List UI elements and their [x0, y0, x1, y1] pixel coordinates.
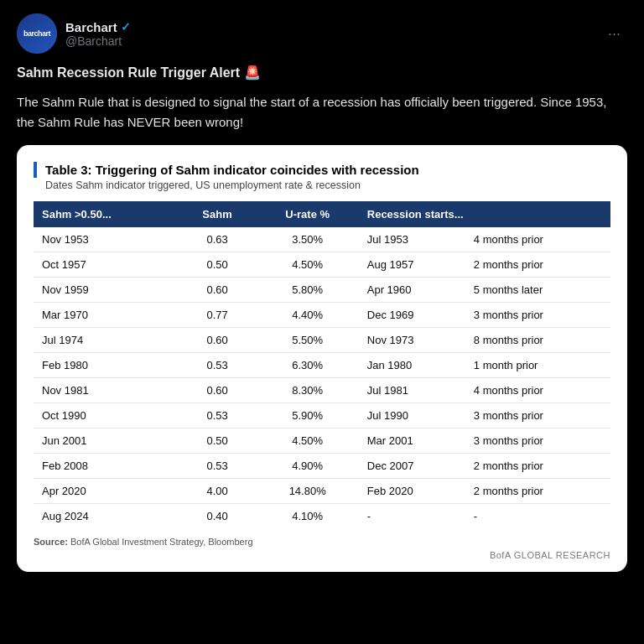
cell-r4-c3: Nov 1973: [359, 328, 465, 353]
cell-r1-c3: Aug 1957: [359, 252, 465, 278]
cell-r7-c4: 3 months prior: [465, 403, 610, 428]
table-container: Table 3: Triggering of Sahm indicator co…: [17, 145, 627, 573]
table-row: Feb 19800.536.30%Jan 19801 month prior: [34, 353, 610, 378]
cell-r6-c3: Jul 1981: [359, 378, 465, 403]
col-header-recession: Recession starts...: [359, 201, 610, 227]
cell-r3-c4: 3 months prior: [465, 303, 610, 328]
cell-r0-c3: Jul 1953: [359, 227, 465, 252]
source-label: Source:: [34, 537, 68, 547]
cell-r3-c3: Dec 1969: [359, 303, 465, 328]
cell-r2-c1: 0.60: [179, 278, 257, 303]
cell-r11-c3: -: [359, 504, 465, 529]
cell-r6-c0: Nov 1981: [34, 378, 179, 403]
account-info: Barchart ✓ @Barchart: [65, 20, 131, 48]
cell-r1-c1: 0.50: [179, 252, 257, 278]
cell-r0-c2: 3.50%: [257, 227, 359, 252]
cell-r9-c1: 0.53: [179, 454, 257, 479]
cell-r5-c4: 1 month prior: [465, 353, 610, 378]
cell-r4-c0: Jul 1974: [34, 328, 179, 353]
cell-r2-c4: 5 months later: [465, 278, 610, 303]
tweet-card: barchart Barchart ✓ @Barchart ··· Sahm R…: [0, 0, 644, 589]
cell-r9-c4: 2 months prior: [465, 454, 610, 479]
cell-r7-c3: Jul 1990: [359, 403, 465, 428]
cell-r8-c4: 3 months prior: [465, 428, 610, 454]
col-header-sahm-trigger: Sahm >0.50...: [34, 201, 179, 227]
cell-r4-c1: 0.60: [179, 328, 257, 353]
cell-r2-c2: 5.80%: [257, 278, 359, 303]
cell-r8-c3: Mar 2001: [359, 428, 465, 454]
table-row: Apr 20204.0014.80%Feb 20202 months prior: [34, 479, 610, 504]
table-row: Jul 19740.605.50%Nov 19738 months prior: [34, 328, 610, 353]
more-options-icon[interactable]: ···: [601, 22, 627, 46]
verified-icon: ✓: [121, 20, 131, 34]
table-row: Oct 19570.504.50%Aug 19572 months prior: [34, 252, 610, 278]
account-handle: @Barchart: [65, 34, 131, 48]
cell-r3-c1: 0.77: [179, 303, 257, 328]
cell-r3-c0: Mar 1970: [34, 303, 179, 328]
table-row: Nov 19530.633.50%Jul 19534 months prior: [34, 227, 610, 252]
tweet-header-left: barchart Barchart ✓ @Barchart: [17, 13, 131, 54]
cell-r5-c0: Feb 1980: [34, 353, 179, 378]
table-title: Table 3: Triggering of Sahm indicator co…: [34, 162, 610, 179]
cell-r7-c2: 5.90%: [257, 403, 359, 428]
cell-r8-c0: Jun 2001: [34, 428, 179, 454]
cell-r11-c4: -: [465, 504, 610, 529]
cell-r6-c4: 4 months prior: [465, 378, 610, 403]
table-subtitle: Dates Sahm indicator triggered, US unemp…: [34, 179, 610, 191]
table-row: Mar 19700.774.40%Dec 19693 months prior: [34, 303, 610, 328]
col-header-urate: U-rate %: [257, 201, 359, 227]
cell-r11-c0: Aug 2024: [34, 504, 179, 529]
cell-r1-c4: 2 months prior: [465, 252, 610, 278]
cell-r9-c2: 4.90%: [257, 454, 359, 479]
account-name: Barchart ✓: [65, 20, 131, 34]
cell-r5-c3: Jan 1980: [359, 353, 465, 378]
cell-r10-c2: 14.80%: [257, 479, 359, 504]
cell-r0-c4: 4 months prior: [465, 227, 610, 252]
col-header-sahm: Sahm: [179, 201, 257, 227]
cell-r1-c0: Oct 1957: [34, 252, 179, 278]
cell-r4-c4: 8 months prior: [465, 328, 610, 353]
tweet-title: Sahm Recession Rule Trigger Alert 🚨: [17, 64, 627, 82]
cell-r5-c2: 6.30%: [257, 353, 359, 378]
avatar: barchart: [17, 13, 57, 54]
cell-r9-c3: Dec 2007: [359, 454, 465, 479]
table-row: Nov 19590.605.80%Apr 19605 months later: [34, 278, 610, 303]
cell-r6-c1: 0.60: [179, 378, 257, 403]
account-name-text: Barchart: [65, 20, 117, 34]
data-table: Sahm >0.50... Sahm U-rate % Recession st…: [34, 201, 610, 528]
table-row: Oct 19900.535.90%Jul 19903 months prior: [34, 403, 610, 428]
cell-r1-c2: 4.50%: [257, 252, 359, 278]
cell-r7-c0: Oct 1990: [34, 403, 179, 428]
cell-r8-c1: 0.50: [179, 428, 257, 454]
table-header-row: Sahm >0.50... Sahm U-rate % Recession st…: [34, 201, 610, 227]
tweet-body: The Sahm Rule that is designed to signal…: [17, 92, 627, 132]
cell-r2-c0: Nov 1959: [34, 278, 179, 303]
source-line: Source: BofA Global Investment Strategy,…: [34, 537, 610, 547]
cell-r7-c1: 0.53: [179, 403, 257, 428]
bofa-credit: BofA GLOBAL RESEARCH: [34, 550, 610, 560]
cell-r10-c4: 2 months prior: [465, 479, 610, 504]
cell-r0-c0: Nov 1953: [34, 227, 179, 252]
cell-r10-c0: Apr 2020: [34, 479, 179, 504]
cell-r3-c2: 4.40%: [257, 303, 359, 328]
table-row: Feb 20080.534.90%Dec 20072 months prior: [34, 454, 610, 479]
table-row: Nov 19810.608.30%Jul 19814 months prior: [34, 378, 610, 403]
cell-r9-c0: Feb 2008: [34, 454, 179, 479]
cell-r10-c1: 4.00: [179, 479, 257, 504]
cell-r10-c3: Feb 2020: [359, 479, 465, 504]
cell-r11-c1: 0.40: [179, 504, 257, 529]
cell-r2-c3: Apr 1960: [359, 278, 465, 303]
cell-r0-c1: 0.63: [179, 227, 257, 252]
cell-r8-c2: 4.50%: [257, 428, 359, 454]
tweet-header: barchart Barchart ✓ @Barchart ···: [17, 13, 627, 54]
source-detail: BofA Global Investment Strategy, Bloombe…: [70, 537, 252, 547]
avatar-logo: barchart: [17, 13, 57, 54]
table-row: Aug 20240.404.10%--: [34, 504, 610, 529]
table-row: Jun 20010.504.50%Mar 20013 months prior: [34, 428, 610, 454]
table-body: Nov 19530.633.50%Jul 19534 months priorO…: [34, 227, 610, 528]
cell-r11-c2: 4.10%: [257, 504, 359, 529]
cell-r6-c2: 8.30%: [257, 378, 359, 403]
cell-r5-c1: 0.53: [179, 353, 257, 378]
cell-r4-c2: 5.50%: [257, 328, 359, 353]
